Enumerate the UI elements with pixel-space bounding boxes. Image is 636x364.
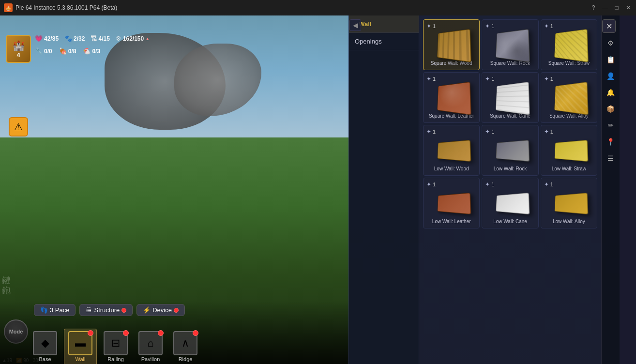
structure-alert <box>121 308 126 313</box>
hp-value: 42/85 <box>44 35 59 42</box>
level-badge[interactable]: 🏰 4 <box>6 35 31 63</box>
item-image-straw <box>551 30 587 61</box>
warning-badge[interactable]: ⚠ <box>9 117 28 136</box>
item-square-wall-cane[interactable]: ✦ 1 Square Wall: Cane <box>482 72 538 123</box>
resource3-icon: ⚙ <box>116 35 121 42</box>
resource2-stat: 🏗 4/15 <box>91 35 109 42</box>
wall-icon: ▬ <box>68 331 92 355</box>
category-openings[interactable]: Openings <box>349 33 419 50</box>
item-image-cane <box>492 82 528 113</box>
resource1-icon: 🐾 <box>64 35 72 42</box>
item-low-wall-alloy[interactable]: ✦ 1 Low Wall: Alloy <box>541 178 597 228</box>
build-tabs: ◆ Base ▬ Wall ⊟ Railing ⌂ <box>0 319 348 364</box>
sidebar-icon-location[interactable]: 📍 <box>604 135 618 149</box>
sidebar-icon-inventory[interactable]: 📦 <box>604 102 618 116</box>
hp-icon: 💗 <box>35 35 43 42</box>
item-grid-panel: ✦ 1 Square Wall: Wood ✦ 1 Square Wall: R… <box>419 15 601 364</box>
cost-value: 1 <box>433 76 436 82</box>
player-icon: 🏰 <box>13 40 25 51</box>
resource3-alert: ▲ <box>145 36 150 41</box>
pace-button[interactable]: 👣 3 Pace <box>34 304 76 316</box>
sidebar-icon-list[interactable]: 📋 <box>604 52 618 67</box>
item-cost-5: ✦ 1 <box>485 76 494 82</box>
minimize-button[interactable]: — <box>601 4 609 12</box>
item-square-wall-leather[interactable]: ✦ 1 Square Wall: Leather <box>423 72 480 123</box>
item-image-low-alloy <box>551 188 587 219</box>
resource1-stat: 🐾 2/32 <box>64 35 85 42</box>
item-label-11: Low Wall: Cane <box>493 219 527 224</box>
tab-ridge[interactable]: ∧ Ridge <box>169 329 201 364</box>
ridge-alert <box>193 330 198 336</box>
cost-value: 1 <box>433 23 436 29</box>
resource1-value: 2/32 <box>74 35 85 42</box>
game-viewport: 🏰 4 💗 42/85 🐾 2/32 🏗 4/15 ⚙ 162/150 ▲ 🔧 … <box>0 15 348 364</box>
cost-value: 1 <box>433 129 436 135</box>
sidebar-icon-profile[interactable]: 👤 <box>604 69 618 83</box>
cost-icon: ✦ <box>544 128 549 135</box>
help-button[interactable]: ? <box>590 4 597 12</box>
device-label: Device <box>152 306 172 314</box>
cost-icon: ✦ <box>544 23 549 30</box>
tab-railing[interactable]: ⊟ Railing <box>100 329 132 364</box>
resource3-stat: ⚙ 162/150 ▲ <box>116 35 150 42</box>
pace-label: 3 Pace <box>50 306 69 314</box>
base-label: Base <box>39 356 51 362</box>
cost-icon: ✦ <box>485 23 490 30</box>
item-low-wall-straw[interactable]: ✦ 1 Low Wall: Straw <box>541 125 597 176</box>
hp-stat: 💗 42/85 <box>35 35 59 42</box>
right-sidebar: ? ⚙ 📋 👤 🔔 📦 ✏ 📍 ☰ <box>601 15 620 364</box>
item-square-wall-wood[interactable]: ✦ 1 Square Wall: Wood <box>423 19 480 70</box>
wall-label: Wall <box>76 356 86 362</box>
resource3-value: 162/150 <box>123 35 144 42</box>
item-low-wall-wood[interactable]: ✦ 1 Low Wall: Wood <box>423 125 480 176</box>
cost-icon: ✦ <box>485 76 490 82</box>
item-low-wall-cane[interactable]: ✦ 1 Low Wall: Cane <box>482 178 538 228</box>
item-grid: ✦ 1 Square Wall: Wood ✦ 1 Square Wall: R… <box>423 19 597 228</box>
sub3-value: 0/3 <box>92 48 100 55</box>
titlebar: 🥧 Pie 64 Instance 5.3.86.1001 P64 (Beta)… <box>0 0 636 15</box>
tab-base[interactable]: ◆ Base <box>29 329 61 364</box>
item-label-7: Low Wall: Wood <box>434 166 469 171</box>
watermark: 鍵鉋 <box>2 275 11 296</box>
item-low-wall-rock[interactable]: ✦ 1 Low Wall: Rock <box>482 125 538 176</box>
device-button[interactable]: ⚡ Device <box>136 304 185 316</box>
resource2-value: 4/15 <box>98 35 109 42</box>
tab-pavilion[interactable]: ⌂ Pavilion <box>135 329 167 364</box>
item-low-wall-leather[interactable]: ✦ 1 Low Wall: Leather <box>423 178 480 228</box>
sub3-icon: 🐔 <box>83 47 91 55</box>
item-cost-11: ✦ 1 <box>485 181 494 188</box>
sidebar-icon-notifications[interactable]: 🔔 <box>604 85 618 100</box>
window-controls: ? — □ ✕ <box>590 4 632 12</box>
item-square-wall-rock[interactable]: ✦ 1 Square Wall: Rock <box>482 19 538 70</box>
item-label-12: Low Wall: Alloy <box>553 219 585 224</box>
sidebar-icon-edit[interactable]: ✏ <box>604 118 618 133</box>
item-cost-7: ✦ 1 <box>426 128 436 135</box>
item-square-wall-alloy[interactable]: ✦ 1 Square Wall: Alloy <box>541 72 597 123</box>
item-cost-6: ✦ 1 <box>544 76 553 82</box>
sub1-icon: 🔧 <box>35 47 43 55</box>
cost-icon: ✦ <box>426 128 431 135</box>
cost-icon: ✦ <box>426 181 431 188</box>
sidebar-icon-settings[interactable]: ⚙ <box>604 36 618 50</box>
maximize-button[interactable]: □ <box>613 4 621 12</box>
sidebar-icon-menu[interactable]: ☰ <box>604 151 618 166</box>
item-square-wall-straw[interactable]: ✦ 1 Square Wall: Straw <box>541 19 597 70</box>
panel-close-button[interactable]: ✕ <box>602 19 616 33</box>
panel-collapse-arrow[interactable]: ◀ <box>349 19 361 31</box>
item-image-low-straw <box>551 135 587 166</box>
sub3-stat: 🐔 0/3 <box>83 47 100 55</box>
item-cost-1: ✦ 1 <box>426 23 436 30</box>
cost-value: 1 <box>491 23 494 29</box>
item-image-rock <box>492 30 528 61</box>
sub1-stat: 🔧 0/0 <box>35 47 52 55</box>
tab-wall[interactable]: ▬ Wall <box>64 329 97 364</box>
stats-row: 💗 42/85 🐾 2/32 🏗 4/15 ⚙ 162/150 ▲ <box>35 35 150 42</box>
close-button[interactable]: ✕ <box>624 4 632 12</box>
structure-button[interactable]: 🏛 Structure <box>79 304 133 316</box>
item-image-low-wood <box>434 135 469 166</box>
pavilion-alert <box>158 330 164 336</box>
item-image-alloy <box>551 82 587 113</box>
sub1-value: 0/0 <box>44 48 52 55</box>
item-cost-12: ✦ 1 <box>544 181 553 188</box>
device-alert <box>174 308 179 313</box>
